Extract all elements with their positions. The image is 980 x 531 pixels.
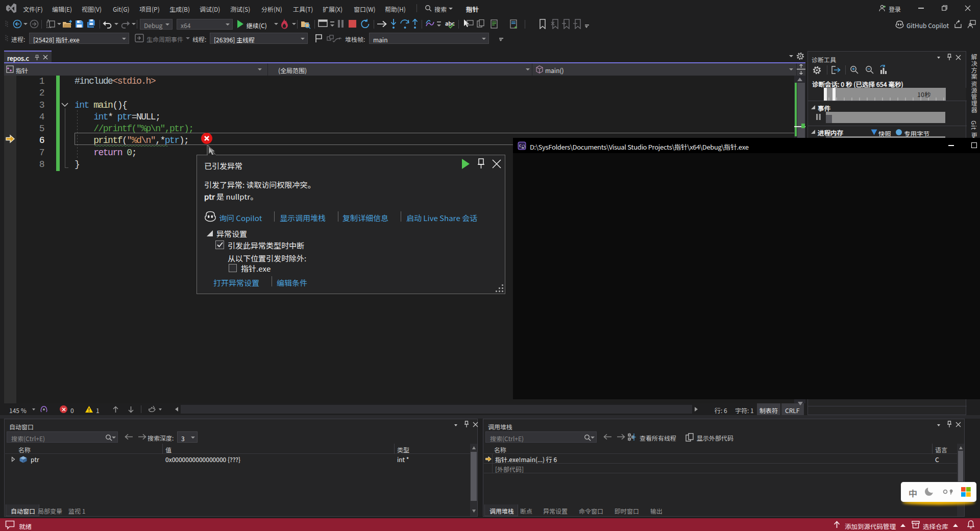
svg-text:C:\: C:\ [519,144,526,148]
